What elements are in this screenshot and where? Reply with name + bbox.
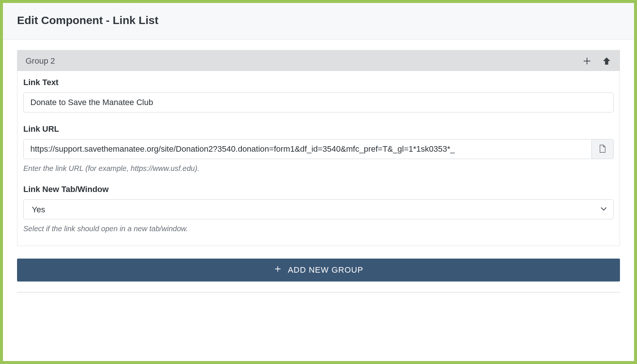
link-new-tab-help: Select if the link should open in a new … xyxy=(23,225,614,233)
link-new-tab-select[interactable]: Yes No xyxy=(23,199,614,219)
field-link-url: Link URL Enter the link URL (for example… xyxy=(23,124,614,173)
field-link-text: Link Text xyxy=(23,78,614,112)
divider xyxy=(17,292,620,293)
field-link-new-tab: Link New Tab/Window Yes No Select if the… xyxy=(23,185,614,233)
main-content: Group 2 Link Text xyxy=(3,40,634,361)
page-header: Edit Component - Link List xyxy=(3,3,634,40)
group-header: Group 2 xyxy=(17,50,620,71)
group-card: Group 2 Link Text xyxy=(17,50,620,246)
page-title: Edit Component - Link List xyxy=(17,14,620,27)
file-icon xyxy=(599,145,606,154)
link-url-help: Enter the link URL (for example, https:/… xyxy=(23,164,614,173)
group-body: Link Text Link URL Enter the link URL (f… xyxy=(17,71,620,246)
link-new-tab-label: Link New Tab/Window xyxy=(23,185,614,194)
move-up-button[interactable] xyxy=(602,56,611,66)
arrow-up-icon xyxy=(602,56,611,66)
add-new-group-button[interactable]: ADD NEW GROUP xyxy=(17,259,620,282)
link-url-input[interactable] xyxy=(23,139,591,159)
link-new-tab-select-wrapper: Yes No xyxy=(23,199,614,219)
plus-icon xyxy=(274,265,282,275)
link-text-input[interactable] xyxy=(23,92,614,112)
group-header-actions xyxy=(583,56,611,66)
link-url-label: Link URL xyxy=(23,124,614,134)
link-text-label: Link Text xyxy=(23,78,614,87)
link-url-browse-button[interactable] xyxy=(591,139,614,159)
add-new-group-label: ADD NEW GROUP xyxy=(288,265,363,275)
add-group-icon-button[interactable] xyxy=(583,57,591,65)
link-url-input-group xyxy=(23,139,614,159)
frame-border: Edit Component - Link List Group 2 xyxy=(0,0,637,364)
group-title: Group 2 xyxy=(26,56,55,66)
plus-icon xyxy=(583,57,591,65)
